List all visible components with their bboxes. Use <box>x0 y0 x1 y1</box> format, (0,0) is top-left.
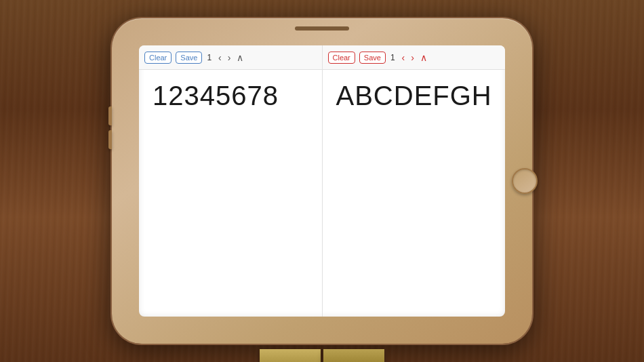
screen-content: Clear Save 1 ‹ › ∧ 12345678 Clear <box>139 45 505 317</box>
stand-left <box>260 349 321 362</box>
right-panel-text: ABCDEFGH <box>336 81 492 111</box>
right-panel-content: ABCDEFGH <box>323 70 506 317</box>
right-toolbar: Clear Save 1 ‹ › ∧ <box>323 45 506 70</box>
phone-side-button-top <box>108 106 112 125</box>
phone-side-button-bottom <box>108 130 112 149</box>
phone-speaker <box>295 26 349 31</box>
left-nav: ‹ › ∧ <box>216 52 245 64</box>
phone-stand <box>260 349 384 362</box>
left-count: 1 <box>207 53 212 62</box>
phone-home-button[interactable] <box>512 168 538 194</box>
left-panel-text: 12345678 <box>153 81 279 111</box>
left-panel: Clear Save 1 ‹ › ∧ 12345678 <box>139 45 323 317</box>
right-next-button[interactable]: › <box>409 52 416 64</box>
phone-screen: Clear Save 1 ‹ › ∧ 12345678 Clear <box>139 45 505 317</box>
stand-right <box>323 349 384 362</box>
left-up-button[interactable]: ∧ <box>235 52 245 64</box>
right-up-button[interactable]: ∧ <box>418 52 429 64</box>
left-clear-button[interactable]: Clear <box>144 52 172 64</box>
left-save-button[interactable]: Save <box>176 52 202 64</box>
left-prev-button[interactable]: ‹ <box>216 52 224 64</box>
right-prev-button[interactable]: ‹ <box>400 52 407 64</box>
left-next-button[interactable]: › <box>226 52 233 64</box>
right-save-button[interactable]: Save <box>359 52 386 64</box>
left-toolbar: Clear Save 1 ‹ › ∧ <box>139 45 322 70</box>
right-count: 1 <box>390 53 395 62</box>
right-clear-button[interactable]: Clear <box>328 52 355 64</box>
right-nav: ‹ › ∧ <box>400 52 429 64</box>
right-panel: Clear Save 1 ‹ › ∧ ABCDEFGH <box>323 45 506 317</box>
phone-device: Clear Save 1 ‹ › ∧ 12345678 Clear <box>112 18 532 344</box>
left-panel-content: 12345678 <box>139 70 322 317</box>
